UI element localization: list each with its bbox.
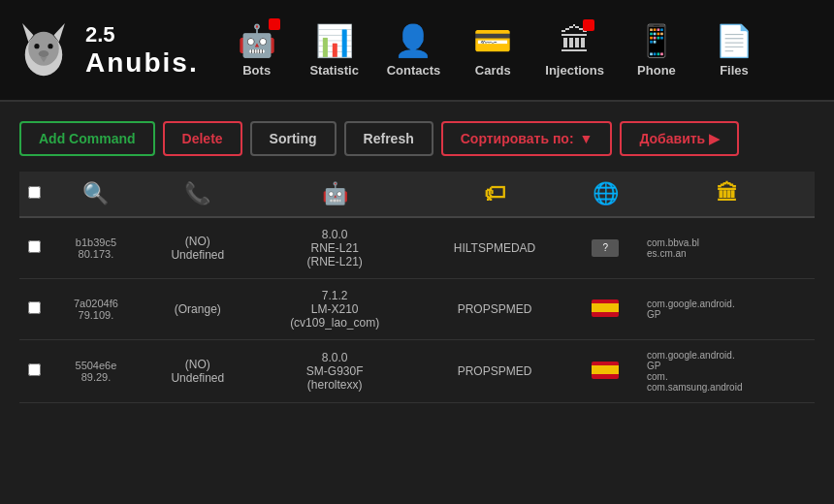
row-android: 8.0.0 SM-G930F (heroltexx) — [252, 340, 418, 403]
files-icon: 📄 — [715, 22, 754, 59]
table-body: b1b39c5 80.173.(NO) Undefined8.0.0 RNE-L… — [19, 217, 815, 403]
row-id: 7a0204f6 79.109. — [48, 279, 144, 340]
row-checkbox-cell — [19, 217, 48, 279]
main-content: Add Command Delete Sorting Refresh Сорти… — [0, 102, 834, 504]
table-row: b1b39c5 80.173.(NO) Undefined8.0.0 RNE-L… — [19, 217, 815, 279]
table-row: 7a0204f6 79.109.(Orange)7.1.2 LM-X210 (c… — [19, 279, 815, 340]
th-phone: 📞 — [144, 172, 252, 217]
nav-item-cards[interactable]: 💳 Cards — [454, 15, 531, 85]
nav-label-statistic: Statistic — [309, 63, 359, 78]
phone-icon: 📱 — [637, 22, 676, 59]
table-header-row: 🔍 📞 🤖 🏷 🌐 🏛 — [19, 172, 815, 217]
injections-icon: 🏛 — [560, 23, 591, 59]
add2-label: Добавить — [639, 131, 705, 146]
bots-badge — [269, 18, 280, 30]
refresh-button[interactable]: Refresh — [344, 121, 433, 156]
nav-label-files: Files — [720, 63, 749, 78]
row-tag: PROPSPMED — [418, 279, 572, 340]
row-flag: ? — [571, 217, 639, 279]
nav-item-contacts[interactable]: 👤 Contacts — [373, 15, 455, 85]
chevron-down-icon: ▼ — [580, 131, 593, 146]
bots-icon: 🤖 — [238, 22, 276, 59]
nav-item-files[interactable]: 📄 Files — [695, 15, 773, 85]
search-icon: 🔍 — [56, 181, 136, 206]
globe-icon: 🌐 — [579, 181, 631, 206]
data-table: 🔍 📞 🤖 🏷 🌐 🏛 — [19, 172, 815, 403]
add-command-button[interactable]: Add Command — [19, 121, 155, 156]
nav-label-phone: Phone — [637, 63, 676, 78]
chevron-right-icon: ▶ — [709, 131, 720, 146]
th-tag: 🏷 — [418, 172, 572, 217]
sorting-button[interactable]: Sorting — [250, 121, 337, 156]
th-globe: 🌐 — [571, 172, 639, 217]
row-android: 8.0.0 RNE-L21 (RNE-L21) — [252, 217, 418, 279]
th-bank: 🏛 — [639, 172, 815, 217]
header: 2.5 Anubis. 🤖 Bots 📊 Statistic 👤 Contact… — [0, 0, 834, 102]
row-apps: com.bbva.bl es.cm.an — [639, 217, 815, 279]
delete-button[interactable]: Delete — [163, 121, 242, 156]
row-phone: (NO) Undefined — [144, 217, 252, 279]
sort-by-label: Сортировать по: — [461, 131, 574, 146]
nav-item-bots[interactable]: 🤖 Bots — [218, 15, 296, 85]
nav-items: 🤖 Bots 📊 Statistic 👤 Contacts 💳 Cards 🏛 … — [218, 15, 824, 85]
tag-icon: 🏷 — [426, 181, 564, 206]
row-id: b1b39c5 80.173. — [48, 217, 144, 279]
logo-area: 2.5 Anubis. — [10, 16, 199, 84]
row-checkbox[interactable] — [28, 240, 41, 253]
svg-point-6 — [48, 44, 52, 48]
row-checkbox[interactable] — [28, 363, 41, 376]
th-android: 🤖 — [252, 172, 418, 217]
spain-flag-icon — [592, 299, 619, 317]
statistic-icon: 📊 — [315, 22, 354, 59]
row-apps: com.google.android. GP — [639, 279, 815, 340]
svg-point-7 — [39, 50, 49, 57]
row-checkbox-cell — [19, 279, 48, 340]
contacts-icon: 👤 — [394, 22, 433, 59]
android-icon: 🤖 — [260, 181, 410, 206]
cards-icon: 💳 — [473, 22, 512, 59]
table-row: 5504e6e 89.29.(NO) Undefined8.0.0 SM-G93… — [19, 340, 815, 403]
row-tag: PROPSPMED — [418, 340, 572, 403]
unknown-flag-icon: ? — [592, 239, 619, 257]
toolbar: Add Command Delete Sorting Refresh Сорти… — [19, 121, 815, 156]
bank-icon: 🏛 — [647, 181, 807, 206]
nav-item-injections[interactable]: 🏛 Injections — [531, 16, 618, 85]
svg-point-5 — [34, 44, 39, 48]
app-version: 2.5 — [85, 22, 199, 47]
th-search: 🔍 — [48, 172, 144, 217]
phone-col-icon: 📞 — [151, 181, 244, 206]
row-tag: HILTSPMEDAD — [418, 217, 572, 279]
logo-icon — [10, 16, 78, 84]
spain-flag-icon — [592, 362, 619, 379]
row-apps: com.google.android. GP com. com.samsung.… — [639, 340, 815, 403]
row-flag — [571, 340, 639, 403]
add-button-2[interactable]: Добавить ▶ — [620, 121, 739, 156]
nav-item-statistic[interactable]: 📊 Statistic — [296, 15, 373, 85]
sort-by-button[interactable]: Сортировать по: ▼ — [441, 121, 613, 156]
select-all-checkbox[interactable] — [28, 186, 41, 199]
th-checkbox — [19, 172, 48, 217]
row-flag — [571, 279, 639, 340]
nav-label-contacts: Contacts — [387, 63, 441, 78]
nav-item-phone[interactable]: 📱 Phone — [618, 15, 695, 85]
row-android: 7.1.2 LM-X210 (cv109_lao_com) — [252, 279, 418, 340]
nav-label-injections: Injections — [545, 63, 604, 78]
row-checkbox-cell — [19, 340, 48, 403]
injections-badge — [583, 19, 594, 31]
logo-text: 2.5 Anubis. — [85, 22, 199, 79]
nav-label-bots: Bots — [242, 63, 271, 78]
row-id: 5504e6e 89.29. — [48, 340, 144, 403]
app-name: Anubis. — [85, 47, 199, 79]
data-table-container: 🔍 📞 🤖 🏷 🌐 🏛 — [19, 172, 815, 403]
row-checkbox[interactable] — [28, 301, 41, 314]
row-phone: (NO) Undefined — [144, 340, 252, 403]
row-phone: (Orange) — [144, 279, 252, 340]
nav-label-cards: Cards — [475, 63, 511, 78]
